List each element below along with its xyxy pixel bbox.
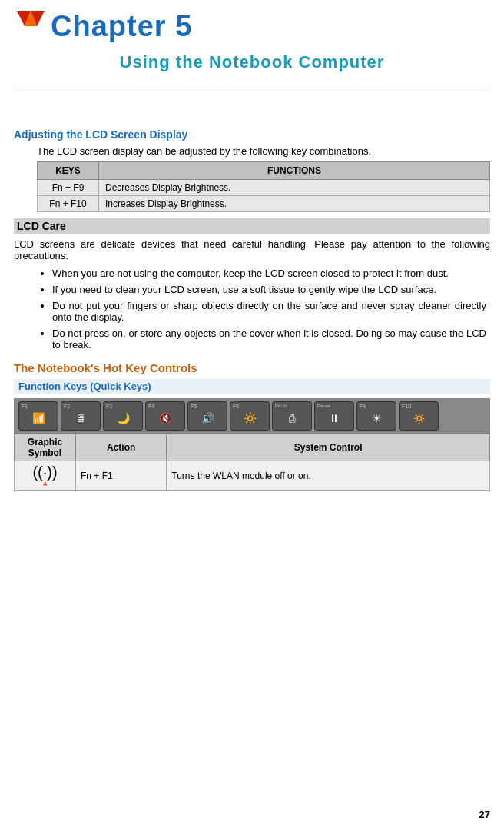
fkey-f8: Pause ⏸ — [314, 401, 354, 431]
brightness-icon: 🔆 — [244, 412, 257, 424]
fkey-f3: F3 🌙 — [103, 401, 143, 431]
fkey-f5: F5 🔊 — [187, 401, 227, 431]
pause-icon: ⏸ — [329, 412, 340, 424]
lcd-care-intro: LCD screens are delicate devices that ne… — [14, 238, 490, 261]
display-icon: 🖥 — [75, 412, 86, 424]
sleep-icon: 🌙 — [117, 412, 130, 424]
gsym-col-header: Graphic Symbol — [15, 434, 76, 461]
wlan-graphic-symbol: ((·)) 🔺 — [15, 461, 76, 491]
fkey-f9: F9 ☀ — [356, 401, 396, 431]
action-col-header: Action — [76, 434, 167, 461]
functions-col-header: FUNCTIONS — [99, 162, 490, 180]
lcd-keys-table: KEYS FUNCTIONS Fn + F9 Decreases Display… — [37, 161, 490, 212]
fkey-f1: F1 📶 — [18, 401, 58, 431]
wlan-icon: 📶 — [32, 412, 45, 424]
list-item: If you need to clean your LCD screen, us… — [52, 284, 490, 295]
function-keys-heading: Function Keys (Quick Keys) — [14, 379, 490, 394]
syscontrol-col-header: System Control — [167, 434, 490, 461]
header-divider — [14, 88, 490, 88]
chapter-subtitle: Using the Notebook Computer — [14, 52, 490, 72]
table-row: ((·)) 🔺 Fn + F1 Turns the WLAN module of… — [15, 461, 490, 491]
page-number: 27 — [479, 809, 490, 820]
lcd-care-bullets: When you are not using the computer, kee… — [14, 268, 490, 351]
graphic-symbol-table: Graphic Symbol Action System Control ((·… — [14, 434, 490, 491]
fkey-f6: F6 🔆 — [230, 401, 270, 431]
list-item: Do not put your fingers or sharp objects… — [52, 300, 490, 323]
key-fn-f9: Fn + F9 — [38, 180, 99, 196]
lcd-display-heading: Adjusting the LCD Screen Display — [14, 128, 490, 141]
chapter-logo-icon — [14, 8, 51, 45]
table-row: Fn + F9 Decreases Display Brightness. — [38, 180, 490, 196]
func-increase-brightness: Increases Display Brightness. — [99, 196, 490, 212]
print-screen-icon: ⎙ — [289, 412, 295, 424]
function-keys-row: F1 📶 F2 🖥 F3 🌙 F4 🔇 F5 🔊 F6 🔆 Prt Sc ⎙ P — [14, 398, 490, 434]
list-item: When you are not using the computer, kee… — [52, 268, 490, 279]
lcd-display-intro: The LCD screen display can be adjusted b… — [14, 145, 490, 157]
fkey-f2: F2 🖥 — [61, 401, 101, 431]
chapter-header: Chapter 5 — [14, 8, 490, 48]
action-fn-f1: Fn + F1 — [76, 461, 167, 491]
fkey-f4: F4 🔇 — [145, 401, 185, 431]
fkey-f10: F10 🔅 — [399, 401, 439, 431]
chapter-title: Chapter 5 — [51, 10, 192, 43]
table-row: Fn + F10 Increases Display Brightness. — [38, 196, 490, 212]
brightness-up-icon: 🔅 — [413, 412, 426, 424]
keys-col-header: KEYS — [38, 162, 99, 180]
mute-icon: 🔇 — [159, 412, 172, 424]
lcd-care-heading: LCD Care — [14, 218, 490, 234]
func-decrease-brightness: Decreases Display Brightness. — [99, 180, 490, 196]
hotkey-heading: The Notebook's Hot Key Controls — [14, 361, 490, 374]
fkey-f7: Prt Sc ⎙ — [272, 401, 312, 431]
brightness-down-icon: ☀ — [372, 412, 382, 424]
system-control-wlan: Turns the WLAN module off or on. — [167, 461, 490, 491]
key-fn-f10: Fn + F10 — [38, 196, 99, 212]
volume-up-icon: 🔊 — [201, 412, 214, 424]
list-item: Do not press on, or store any objects on… — [52, 328, 490, 351]
